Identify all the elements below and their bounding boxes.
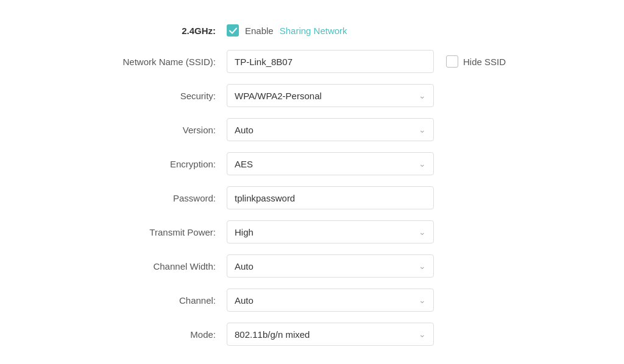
security-row: Security: WPA/WPA2-Personal ⌄ bbox=[105, 84, 519, 107]
version-value: Auto bbox=[235, 125, 254, 135]
hide-ssid-checkbox[interactable] bbox=[446, 55, 458, 68]
mode-row: Mode: 802.11b/g/n mixed ⌄ bbox=[105, 323, 519, 346]
mode-value: 802.11b/g/n mixed bbox=[235, 329, 310, 340]
channel-select[interactable]: Auto ⌄ bbox=[227, 289, 434, 312]
chevron-down-icon: ⌄ bbox=[419, 227, 426, 237]
chevron-down-icon: ⌄ bbox=[419, 159, 426, 169]
version-select[interactable]: Auto ⌄ bbox=[227, 118, 434, 141]
security-label: Security: bbox=[105, 91, 227, 101]
sharing-network-link[interactable]: Sharing Network bbox=[280, 26, 347, 36]
mode-label: Mode: bbox=[105, 329, 227, 340]
transmit-power-label: Transmit Power: bbox=[105, 227, 227, 237]
security-value: WPA/WPA2-Personal bbox=[235, 91, 322, 101]
encryption-row: Encryption: AES ⌄ bbox=[105, 152, 519, 175]
chevron-down-icon: ⌄ bbox=[419, 91, 426, 100]
header-controls: Enable Sharing Network bbox=[227, 24, 347, 37]
ssid-label: Network Name (SSID): bbox=[105, 57, 227, 67]
frequency-header-row: 2.4GHz: Enable Sharing Network bbox=[105, 24, 519, 37]
ssid-input[interactable] bbox=[227, 50, 434, 73]
hide-ssid-group: Hide SSID bbox=[446, 55, 506, 68]
ssid-row: Network Name (SSID): Hide SSID bbox=[105, 50, 519, 73]
channel-label: Channel: bbox=[105, 295, 227, 306]
checkmark-icon bbox=[229, 27, 237, 35]
password-input[interactable] bbox=[227, 186, 434, 209]
chevron-down-icon: ⌄ bbox=[419, 125, 426, 135]
transmit-power-select[interactable]: High ⌄ bbox=[227, 220, 434, 243]
chevron-down-icon: ⌄ bbox=[419, 295, 426, 305]
chevron-down-icon: ⌄ bbox=[419, 329, 426, 339]
settings-container: 2.4GHz: Enable Sharing Network Network N… bbox=[80, 12, 544, 364]
chevron-down-icon: ⌄ bbox=[419, 261, 426, 271]
channel-value: Auto bbox=[235, 295, 254, 306]
channel-width-label: Channel Width: bbox=[105, 261, 227, 271]
encryption-value: AES bbox=[235, 159, 253, 169]
version-row: Version: Auto ⌄ bbox=[105, 118, 519, 141]
transmit-power-row: Transmit Power: High ⌄ bbox=[105, 220, 519, 243]
password-row: Password: bbox=[105, 186, 519, 209]
channel-width-value: Auto bbox=[235, 261, 254, 271]
channel-width-row: Channel Width: Auto ⌄ bbox=[105, 254, 519, 278]
hide-ssid-label: Hide SSID bbox=[463, 57, 506, 67]
channel-width-select[interactable]: Auto ⌄ bbox=[227, 254, 434, 278]
enable-label: Enable bbox=[245, 26, 274, 36]
mode-select[interactable]: 802.11b/g/n mixed ⌄ bbox=[227, 323, 434, 346]
channel-row: Channel: Auto ⌄ bbox=[105, 289, 519, 312]
security-select[interactable]: WPA/WPA2-Personal ⌄ bbox=[227, 84, 434, 107]
encryption-select[interactable]: AES ⌄ bbox=[227, 152, 434, 175]
frequency-label: 2.4GHz: bbox=[105, 26, 227, 36]
password-label: Password: bbox=[105, 193, 227, 203]
encryption-label: Encryption: bbox=[105, 159, 227, 169]
transmit-power-value: High bbox=[235, 227, 254, 237]
version-label: Version: bbox=[105, 125, 227, 135]
enable-checkbox[interactable] bbox=[227, 24, 239, 37]
